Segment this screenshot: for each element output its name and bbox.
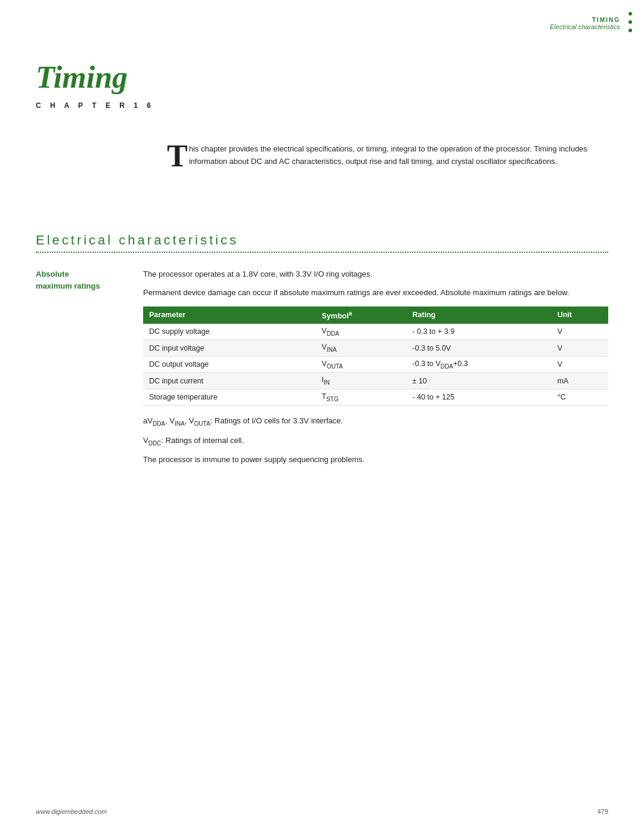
sidebar-label-line2: maximum ratings (36, 281, 100, 290)
chapter-label: C H A P T E R 1 6 (36, 101, 154, 110)
cell-symbol: IIN (316, 373, 407, 389)
body-paragraph-1: The processor operates at a 1.8V core, w… (143, 268, 608, 281)
header-dots (628, 12, 632, 32)
sub-dda: DDA (327, 330, 339, 336)
dot-3 (628, 29, 632, 32)
intro-paragraph: This chapter provides the electrical spe… (167, 143, 608, 168)
content-area: Absolute maximum ratings The processor o… (36, 268, 608, 472)
col-header-unit: Unit (552, 306, 608, 324)
sidebar-label: Absolute maximum ratings (36, 268, 131, 292)
section-title: Electrical characteristics (36, 233, 608, 248)
table-row: DC input voltage VINA -0.3 to 5.0V V (143, 340, 608, 357)
sub-in: IN (324, 379, 330, 386)
col-header-symbol: Symbola (316, 306, 407, 324)
footnote-2: VDDC: Ratings of internal cell. (143, 435, 608, 448)
sidebar-label-line1: Absolute (36, 270, 69, 278)
sub-fn-ddc: DDC (148, 439, 162, 446)
dot-1 (628, 12, 632, 16)
two-column-layout: Absolute maximum ratings The processor o… (36, 268, 608, 472)
cell-unit: V (552, 340, 608, 357)
intro-section: This chapter provides the electrical spe… (167, 143, 608, 172)
footnote-1: aVDDA, VINA, VOUTA: Ratings of I/O cells… (143, 415, 608, 429)
intro-text: his chapter provides the electrical spec… (189, 144, 587, 166)
cell-symbol: TSTG (316, 389, 407, 405)
footer-page-number: 479 (597, 808, 608, 815)
cell-unit: V (552, 356, 608, 373)
cell-unit: °C (552, 389, 608, 405)
cell-parameter: DC input voltage (143, 340, 316, 357)
table-header-row: Parameter Symbola Rating Unit (143, 306, 608, 324)
section-divider (36, 252, 608, 253)
sub-fn-outa: OUTA (194, 420, 210, 427)
sub-stg: STG (326, 395, 339, 402)
section-heading-area: Electrical characteristics (36, 233, 608, 253)
table-row: DC input current IIN ± 10 mA (143, 373, 608, 389)
table-row: Storage temperature TSTG - 40 to + 125 °… (143, 389, 608, 405)
dot-2 (628, 20, 632, 24)
cell-unit: mA (552, 373, 608, 389)
symbol-sup: a (349, 310, 352, 317)
header-elec-label: Electrical characteristics (550, 23, 620, 30)
table-row: DC supply voltage VDDA - 0.3 to + 3.9 V (143, 324, 608, 340)
cell-symbol: VINA (316, 340, 407, 357)
cell-symbol: VDDA (316, 324, 407, 340)
cell-rating: -0.3 to VDDA+0.3 (407, 356, 552, 373)
col-header-parameter: Parameter (143, 306, 316, 324)
cell-parameter: DC supply voltage (143, 324, 316, 340)
cell-rating: ± 10 (407, 373, 552, 389)
sub-fn-dda: DDA (153, 420, 165, 427)
page-title: Timing (36, 60, 128, 95)
header-timing-label: TIMING (550, 17, 620, 23)
right-column: The processor operates at a 1.8V core, w… (143, 268, 608, 472)
sub-outa: OUTA (327, 363, 343, 369)
sub-dda-rating: DDA (441, 363, 453, 369)
cell-unit: V (552, 324, 608, 340)
ratings-table: Parameter Symbola Rating Unit DC supply … (143, 306, 608, 406)
sub-ina: INA (327, 346, 337, 353)
col-header-rating: Rating (407, 306, 552, 324)
cell-rating: - 40 to + 125 (407, 389, 552, 405)
page-footer: www.digiembedded.com 479 (36, 808, 608, 815)
table-row: DC output voltage VOUTA -0.3 to VDDA+0.3… (143, 356, 608, 373)
cell-rating: - 0.3 to + 3.9 (407, 324, 552, 340)
cell-parameter: DC input current (143, 373, 316, 389)
footer-website: www.digiembedded.com (36, 808, 107, 815)
header-navigation: TIMING Electrical characteristics (550, 17, 620, 30)
left-column: Absolute maximum ratings (36, 268, 131, 472)
footnote-3: The processor is immune to power supply … (143, 454, 608, 466)
body-paragraph-2: Permanent device damage can occur if abs… (143, 287, 608, 299)
cell-rating: -0.3 to 5.0V (407, 340, 552, 357)
footnotes: aVDDA, VINA, VOUTA: Ratings of I/O cells… (143, 415, 608, 466)
cell-parameter: DC output voltage (143, 356, 316, 373)
sub-fn-ina: INA (175, 420, 185, 427)
cell-symbol: VOUTA (316, 356, 407, 373)
cell-parameter: Storage temperature (143, 389, 316, 405)
drop-cap: T (167, 141, 188, 172)
